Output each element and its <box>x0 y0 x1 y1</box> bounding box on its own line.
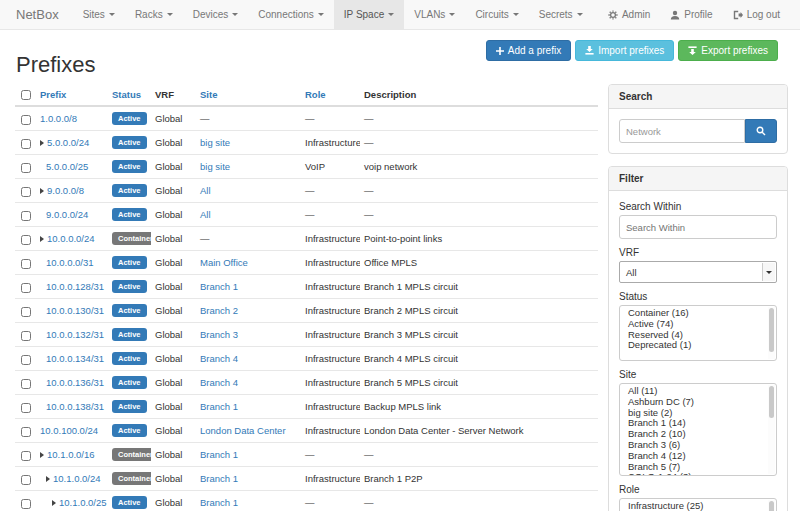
site-link[interactable]: Main Office <box>200 257 248 268</box>
role-cell: — <box>301 106 360 131</box>
row-checkbox[interactable] <box>21 115 31 125</box>
logout-link[interactable]: Log out <box>723 0 790 29</box>
row-checkbox[interactable] <box>21 307 31 317</box>
nav-item-label: VLANs <box>414 9 445 20</box>
row-checkbox[interactable] <box>21 379 31 389</box>
row-checkbox[interactable] <box>21 355 31 365</box>
column-header-role[interactable]: Role <box>301 84 360 106</box>
row-checkbox[interactable] <box>21 187 31 197</box>
site-link[interactable]: Branch 4 <box>200 377 238 388</box>
prefix-link[interactable]: 10.0.0.0/31 <box>46 257 94 268</box>
site-link[interactable]: big site <box>200 161 230 172</box>
site-link[interactable]: London Data Center <box>200 425 286 436</box>
site-link[interactable]: Branch 1 <box>200 473 238 484</box>
prefix-link[interactable]: 9.0.0.0/24 <box>46 209 88 220</box>
prefix-link[interactable]: 5.0.0.0/24 <box>47 137 89 148</box>
row-checkbox[interactable] <box>21 211 31 221</box>
row-checkbox[interactable] <box>21 499 31 509</box>
prefix-link[interactable]: 5.0.0.0/25 <box>46 161 88 172</box>
prefix-link[interactable]: 10.0.0.138/31 <box>46 401 104 412</box>
site-multiselect[interactable]: All (11)Ashburn DC (7)big site (2)Branch… <box>619 383 777 476</box>
row-checkbox[interactable] <box>21 139 31 149</box>
prefix-link[interactable]: 10.1.0.0/25 <box>59 497 107 508</box>
scrollbar-track[interactable] <box>768 500 775 511</box>
import-prefixes-button[interactable]: Import prefixes <box>575 40 674 61</box>
prefix-link[interactable]: 10.0.0.136/31 <box>46 377 104 388</box>
site-link[interactable]: Branch 1 <box>200 497 238 508</box>
site-option[interactable]: COLO-1-24 (3) <box>620 472 776 476</box>
scrollbar-track[interactable] <box>768 307 775 359</box>
prefix-link[interactable]: 1.0.0.0/8 <box>40 113 77 124</box>
status-option[interactable]: Deprecated (1) <box>620 340 776 351</box>
nav-item-connections[interactable]: Connections <box>248 0 334 29</box>
role-option[interactable]: Infrastructure (25) <box>620 501 776 511</box>
select-all-checkbox[interactable] <box>21 90 31 100</box>
column-header-site[interactable]: Site <box>196 84 301 106</box>
site-link[interactable]: big site <box>200 137 230 148</box>
row-checkbox[interactable] <box>21 451 31 461</box>
site-link[interactable]: Branch 1 <box>200 449 238 460</box>
app-logo[interactable]: NetBox <box>0 0 73 29</box>
search-button[interactable] <box>745 119 777 143</box>
search-input[interactable] <box>619 119 745 143</box>
nav-item-racks[interactable]: Racks <box>125 0 183 29</box>
row-checkbox[interactable] <box>21 283 31 293</box>
table-row: 10.0.100.0/24ActiveGlobalLondon Data Cen… <box>15 419 598 443</box>
nav-item-vlans[interactable]: VLANs <box>404 0 465 29</box>
column-header-prefix[interactable]: Prefix <box>36 84 108 106</box>
vrf-cell: Global <box>151 155 196 179</box>
site-link[interactable]: Branch 3 <box>200 329 238 340</box>
prefix-link[interactable]: 9.0.0.0/8 <box>47 185 84 196</box>
vrf-select[interactable]: All <box>619 261 777 283</box>
prefix-link[interactable]: 10.0.0.132/31 <box>46 329 104 340</box>
status-multiselect[interactable]: Container (16)Active (74)Reserved (4)Dep… <box>619 305 777 361</box>
scrollbar-track[interactable] <box>768 385 775 474</box>
site-link[interactable]: Branch 1 <box>200 281 238 292</box>
row-checkbox[interactable] <box>21 403 31 413</box>
status-label: Status <box>619 291 777 302</box>
scrollbar-thumb[interactable] <box>769 308 774 352</box>
prefix-link[interactable]: 10.0.100.0/24 <box>40 425 98 436</box>
scrollbar-thumb[interactable] <box>769 386 774 418</box>
row-checkbox[interactable] <box>21 331 31 341</box>
description-cell: — <box>360 203 598 227</box>
site-cell: Branch 4 <box>196 347 301 371</box>
prefix-link[interactable]: 10.1.0.0/24 <box>53 473 101 484</box>
status-badge: Active <box>112 328 147 341</box>
scrollbar-thumb[interactable] <box>769 501 774 511</box>
prefix-link[interactable]: 10.0.0.134/31 <box>46 353 104 364</box>
export-prefixes-button[interactable]: Export prefixes <box>678 40 778 61</box>
role-multiselect[interactable]: Infrastructure (25)Management (8)Private… <box>619 498 777 511</box>
nav-item-secrets[interactable]: Secrets <box>529 0 593 29</box>
site-link[interactable]: Branch 4 <box>200 353 238 364</box>
add-prefix-button[interactable]: Add a prefix <box>486 40 571 61</box>
status-option[interactable]: Active (74) <box>620 319 776 330</box>
site-option[interactable]: Ashburn DC (7) <box>620 397 776 408</box>
profile-link[interactable]: Profile <box>660 0 722 29</box>
nav-item-circuits[interactable]: Circuits <box>465 0 528 29</box>
admin-link[interactable]: Admin <box>598 0 660 29</box>
nav-item-sites[interactable]: Sites <box>73 0 125 29</box>
chevron-down-icon <box>167 13 173 16</box>
prefix-link[interactable]: 10.0.0.130/31 <box>46 305 104 316</box>
row-checkbox[interactable] <box>21 235 31 245</box>
site-cell: Branch 1 <box>196 467 301 491</box>
row-checkbox[interactable] <box>21 427 31 437</box>
row-checkbox[interactable] <box>21 163 31 173</box>
prefix-link[interactable]: 10.0.0.0/24 <box>47 233 95 244</box>
nav-item-devices[interactable]: Devices <box>183 0 249 29</box>
search-within-input[interactable] <box>619 215 777 239</box>
prefix-link[interactable]: 10.1.0.0/16 <box>47 449 95 460</box>
row-checkbox[interactable] <box>21 259 31 269</box>
site-link[interactable]: Branch 1 <box>200 401 238 412</box>
row-checkbox[interactable] <box>21 475 31 485</box>
column-header-status[interactable]: Status <box>108 84 151 106</box>
site-link[interactable]: Branch 2 <box>200 305 238 316</box>
site-link[interactable]: All <box>200 185 211 196</box>
vrf-cell: Global <box>151 299 196 323</box>
search-within-label: Search Within <box>619 201 777 212</box>
nav-item-ip-space[interactable]: IP Space <box>334 0 404 29</box>
site-link[interactable]: All <box>200 209 211 220</box>
site-option[interactable]: Branch 4 (12) <box>620 451 776 462</box>
prefix-link[interactable]: 10.0.0.128/31 <box>46 281 104 292</box>
